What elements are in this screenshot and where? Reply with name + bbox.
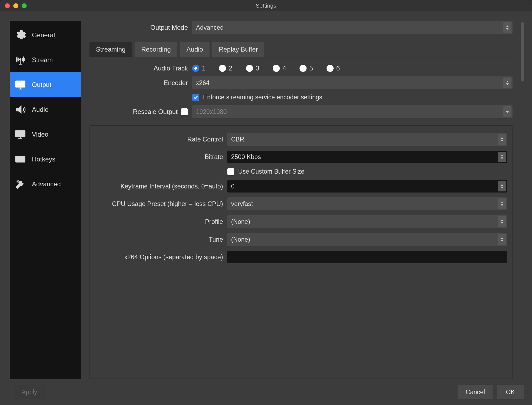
tab-recording[interactable]: Recording	[135, 42, 177, 57]
tools-icon	[14, 177, 27, 191]
profile-row: Profile (None)	[95, 215, 507, 228]
tab-replay-buffer[interactable]: Replay Buffer	[212, 42, 264, 57]
stepper-icon	[503, 77, 511, 88]
tab-streaming[interactable]: Streaming	[89, 42, 132, 57]
rate-control-value: CBR	[231, 136, 244, 143]
radio-label: 6	[336, 65, 340, 72]
keyframe-input[interactable]: 0	[227, 180, 507, 193]
sidebar-item-advanced[interactable]: Advanced	[10, 172, 81, 197]
tab-label: Streaming	[96, 46, 125, 53]
encoder-label: Encoder	[89, 79, 192, 87]
audio-track-radio-2[interactable]	[219, 65, 226, 72]
antenna-icon	[14, 53, 27, 67]
bitrate-label: Bitrate	[95, 153, 227, 161]
keyframe-label: Keyframe Interval (seconds, 0=auto)	[95, 183, 227, 190]
encoder-settings-panel: Rate Control CBR Bitrate 2500 Kbps	[89, 125, 513, 379]
sidebar-item-label: Advanced	[32, 180, 61, 188]
audio-track-radio-5[interactable]	[300, 65, 307, 72]
settings-footer: Apply Cancel OK	[0, 379, 532, 405]
sidebar-item-label: Audio	[32, 106, 48, 113]
cancel-button[interactable]: Cancel	[458, 385, 493, 399]
stepper-icon	[498, 216, 506, 227]
profile-label: Profile	[95, 218, 227, 225]
settings-main: Output Mode Advanced Streaming Recording…	[89, 21, 513, 379]
tab-audio[interactable]: Audio	[180, 42, 210, 57]
radio-label: 4	[282, 65, 286, 72]
settings-sidebar: General Stream Output Audio Video	[10, 21, 81, 379]
radio-label: 2	[229, 65, 232, 72]
profile-dropdown[interactable]: (None)	[227, 215, 507, 228]
audio-track-label: Audio Track	[89, 65, 192, 72]
encoder-dropdown[interactable]: x264	[192, 76, 513, 89]
custom-buffer-row: Use Custom Buffer Size	[95, 168, 507, 175]
monitor-arrow-icon	[14, 78, 27, 92]
keyframe-row: Keyframe Interval (seconds, 0=auto) 0	[95, 180, 507, 193]
stepper-icon	[498, 152, 506, 162]
stepper-icon	[503, 22, 511, 33]
custom-buffer-checkbox[interactable]	[227, 168, 234, 175]
monitor-icon	[14, 128, 27, 141]
minimize-window-button[interactable]	[13, 3, 18, 8]
cpu-preset-row: CPU Usage Preset (higher = less CPU) ver…	[95, 197, 507, 210]
sidebar-item-audio[interactable]: Audio	[10, 97, 81, 122]
cpu-preset-dropdown[interactable]: veryfast	[227, 197, 507, 210]
sidebar-item-general[interactable]: General	[10, 23, 81, 48]
cpu-preset-value: veryfast	[231, 200, 253, 208]
sidebar-item-label: Hotkeys	[32, 156, 55, 163]
stepper-icon	[498, 181, 506, 191]
sidebar-item-hotkeys[interactable]: Hotkeys	[10, 147, 81, 172]
scrollbar-thumb[interactable]	[521, 22, 524, 82]
rescale-dropdown[interactable]: 1920x1080	[192, 105, 513, 118]
stepper-icon	[498, 198, 506, 209]
bitrate-input[interactable]: 2500 Kbps	[227, 151, 507, 163]
chevron-down-icon	[503, 106, 511, 117]
enforce-checkbox[interactable]	[192, 94, 199, 101]
button-label: OK	[506, 389, 515, 396]
content-scrollbar[interactable]	[521, 21, 524, 379]
maximize-window-button[interactable]	[22, 3, 27, 8]
apply-button[interactable]: Apply	[14, 385, 45, 399]
sidebar-item-video[interactable]: Video	[10, 122, 81, 147]
output-tabs: Streaming Recording Audio Replay Buffer	[89, 42, 513, 57]
audio-track-radio-6[interactable]	[327, 65, 334, 72]
audio-track-radio-1[interactable]	[192, 65, 199, 72]
radio-label: 3	[256, 65, 259, 72]
x264-options-input[interactable]	[227, 251, 507, 263]
enforce-row: Enforce streaming service encoder settin…	[89, 94, 513, 101]
tab-label: Audio	[187, 46, 203, 53]
tune-dropdown[interactable]: (None)	[227, 233, 507, 246]
svg-rect-2	[16, 131, 25, 137]
close-window-button[interactable]	[5, 3, 10, 8]
audio-track-radio-3[interactable]	[246, 65, 253, 72]
output-mode-dropdown[interactable]: Advanced	[192, 21, 513, 34]
encoder-row: Encoder x264	[89, 76, 513, 89]
stepper-icon	[498, 134, 506, 145]
rate-control-dropdown[interactable]: CBR	[227, 133, 507, 146]
output-mode-value: Advanced	[196, 24, 224, 31]
output-mode-row: Output Mode Advanced	[89, 21, 513, 34]
ok-button[interactable]: OK	[497, 385, 524, 399]
rescale-row: Rescale Output 1920x1080	[89, 105, 513, 118]
button-label: Cancel	[466, 389, 485, 396]
settings-body: General Stream Output Audio Video	[0, 11, 532, 379]
sidebar-item-label: Stream	[32, 56, 53, 64]
stepper-icon	[498, 234, 506, 245]
tune-value: (None)	[231, 236, 250, 243]
audio-track-radio-4[interactable]	[273, 65, 280, 72]
keyboard-icon	[14, 153, 27, 166]
sidebar-item-label: Output	[32, 81, 51, 89]
sidebar-item-label: General	[32, 31, 55, 39]
output-mode-label: Output Mode	[89, 24, 192, 31]
sidebar-item-stream[interactable]: Stream	[10, 48, 81, 72]
gear-icon	[14, 28, 27, 42]
speaker-icon	[14, 103, 27, 116]
bitrate-row: Bitrate 2500 Kbps	[95, 151, 507, 163]
sidebar-item-output[interactable]: Output	[10, 72, 81, 97]
encoder-value: x264	[196, 79, 210, 87]
profile-value: (None)	[231, 218, 250, 225]
button-label: Apply	[22, 389, 37, 396]
rescale-checkbox[interactable]	[181, 108, 188, 115]
rate-control-label: Rate Control	[95, 136, 227, 143]
enforce-label: Enforce streaming service encoder settin…	[203, 94, 322, 101]
x264-options-label: x264 Options (separated by space)	[95, 254, 227, 261]
